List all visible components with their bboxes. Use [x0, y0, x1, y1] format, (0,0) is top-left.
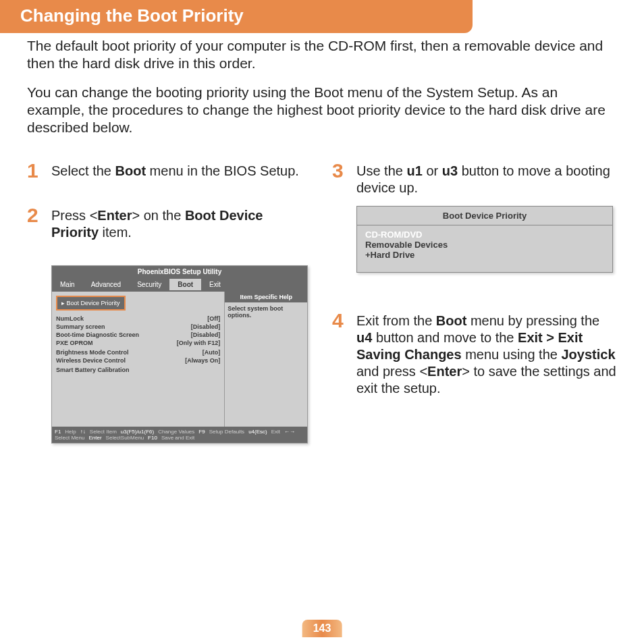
priority-item: Removable Devices: [365, 240, 604, 250]
text-bold: Boot: [115, 163, 146, 178]
bios-help-header: Item Specific Help: [225, 292, 307, 302]
bios-footer: F1Help ↑↓Select Item u3(F5)/u1(F6)Change…: [52, 427, 307, 443]
text-fragment: menu using the: [462, 347, 562, 362]
text-bold: Enter: [97, 208, 132, 223]
step-3: 3 Use the u1 or u3 button to move a boot…: [332, 161, 617, 196]
text-fragment: > on the: [132, 208, 184, 223]
priority-item: +Hard Drive: [365, 250, 604, 260]
bios-setting-row: Summary screen[Disabled]: [56, 323, 220, 331]
bios-setting-row: Boot-time Diagnostic Screen[Disabled]: [56, 331, 220, 339]
bios-setting-label: NumLock: [56, 315, 84, 322]
key-label: Enter: [88, 435, 101, 441]
key-label: F1: [55, 429, 61, 435]
step-number: 1: [27, 161, 51, 181]
bios-tab-main: Main: [52, 279, 83, 290]
text-fragment: item.: [99, 225, 132, 240]
bios-body: ▸ Boot Device Priority NumLock[Off]Summa…: [52, 292, 307, 427]
key-label: ↑↓: [80, 429, 86, 435]
key-label: u3(F5)/u1(F6): [121, 429, 154, 435]
key-desc: Save and Exit: [161, 435, 194, 441]
text-fragment: menu in the BIOS Setup.: [146, 163, 299, 178]
text-bold: u1: [406, 163, 422, 178]
key-label: F9: [198, 429, 205, 435]
bios-setting-label: Wireless Device Control: [56, 357, 126, 364]
step-number: 4: [332, 311, 356, 397]
text-fragment: Exit from the: [356, 313, 436, 328]
key-desc: Exit: [271, 429, 280, 435]
key-desc: Setup Defaults: [209, 429, 244, 435]
bios-setting-value: [Auto]: [203, 349, 221, 356]
key-desc: Help: [65, 429, 76, 435]
boot-priority-list: CD-ROM/DVD Removable Devices +Hard Drive: [357, 225, 612, 272]
text-bold: Boot: [436, 313, 467, 328]
bios-setting-label: Summary screen: [56, 323, 105, 330]
text-bold: u4: [356, 330, 372, 345]
text-fragment: and press <: [356, 364, 427, 379]
step-number: 2: [27, 205, 51, 241]
step-text: Use the u1 or u3 button to move a bootin…: [356, 161, 617, 196]
step-4: 4 Exit from the Boot menu by pressing th…: [332, 311, 617, 397]
bios-setting-row: Smart Battery Calibration: [56, 366, 220, 374]
left-column: 1 Select the Boot menu in the BIOS Setup…: [27, 161, 312, 444]
text-fragment: Press <: [51, 208, 97, 223]
intro-block: The default boot priority of your comput…: [0, 37, 644, 161]
text-bold: Enter: [427, 364, 462, 379]
bios-setting-value: [Only with F12]: [177, 340, 221, 346]
key-label: ←→: [284, 429, 295, 435]
right-column: 3 Use the u1 or u3 button to move a boot…: [332, 161, 617, 444]
bios-tab-advanced: Advanced: [83, 279, 129, 290]
priority-item-selected: CD-ROM/DVD: [365, 230, 604, 240]
step-1: 1 Select the Boot menu in the BIOS Setup…: [27, 161, 312, 181]
key-desc: Select Item: [90, 429, 117, 435]
page-title: Changing the Boot Priority: [0, 0, 473, 33]
key-label: F10: [148, 435, 157, 441]
boot-priority-title: Boot Device Priority: [357, 207, 612, 225]
bios-title: PhoenixBIOS Setup Utility: [52, 266, 307, 277]
bios-setting-value: [Disabled]: [191, 323, 221, 330]
bios-setting-label: Boot-time Diagnostic Screen: [56, 331, 139, 338]
bios-tab-security: Security: [129, 279, 169, 290]
bios-left-pane: ▸ Boot Device Priority NumLock[Off]Summa…: [52, 292, 225, 427]
bios-setting-label: Brightness Mode Control: [56, 349, 129, 356]
step-number: 3: [332, 161, 356, 196]
bios-setting-row: Brightness Mode Control[Auto]: [56, 348, 220, 356]
text-fragment: Use the: [356, 163, 406, 178]
step-text: Press <Enter> on the Boot Device Priorit…: [51, 205, 312, 241]
intro-paragraph-2: You can change the booting priority usin…: [27, 84, 617, 137]
key-desc: SelectSubMenu: [106, 435, 144, 441]
bios-setting-label: PXE OPROM: [56, 340, 93, 346]
bios-setting-row: PXE OPROM[Only with F12]: [56, 339, 220, 347]
intro-paragraph-1: The default boot priority of your comput…: [27, 37, 617, 73]
bios-selected-item: ▸ Boot Device Priority: [56, 296, 126, 311]
bios-right-pane: Item Specific Help Select system boot op…: [225, 292, 307, 427]
page-number: 143: [302, 620, 342, 637]
bios-help-text: Select system boot options.: [225, 302, 307, 321]
text-fragment: button and move to the: [372, 330, 518, 345]
content-columns: 1 Select the Boot menu in the BIOS Setup…: [0, 161, 644, 444]
bios-tabs: Main Advanced Security Boot Exit: [52, 277, 307, 292]
boot-priority-box: Boot Device Priority CD-ROM/DVD Removabl…: [356, 206, 613, 273]
text-bold: u3: [442, 163, 458, 178]
bios-setting-value: [Disabled]: [191, 331, 221, 338]
bios-tab-boot: Boot: [169, 279, 201, 290]
step-text: Exit from the Boot menu by pressing the …: [356, 311, 617, 397]
bios-setting-label: Smart Battery Calibration: [56, 367, 130, 373]
text-fragment: or: [423, 163, 442, 178]
text-bold: Joystick: [561, 347, 615, 362]
key-label: u4(Esc): [248, 429, 267, 435]
key-desc: Select Menu: [55, 435, 84, 441]
text-fragment: Select the: [51, 163, 115, 178]
step-text: Select the Boot menu in the BIOS Setup.: [51, 161, 299, 181]
bios-screenshot: PhoenixBIOS Setup Utility Main Advanced …: [51, 265, 308, 444]
bios-setting-value: [Off]: [207, 315, 220, 322]
step-2: 2 Press <Enter> on the Boot Device Prior…: [27, 205, 312, 241]
bios-setting-row: NumLock[Off]: [56, 315, 220, 323]
text-fragment: menu by pressing the: [466, 313, 599, 328]
bios-tab-exit: Exit: [201, 279, 229, 290]
key-desc: Change Values: [158, 429, 194, 435]
bios-setting-value: [Always On]: [185, 357, 220, 364]
bios-setting-row: Wireless Device Control[Always On]: [56, 356, 220, 365]
